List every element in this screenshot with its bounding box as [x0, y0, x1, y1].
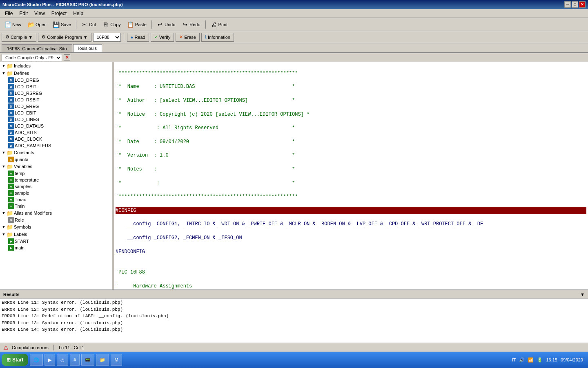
toolbar-separator-2 — [151, 20, 152, 29]
tab-louislouis[interactable]: louislouis — [73, 44, 102, 52]
code-compile-mode-select[interactable]: Code Compile Only - F9 — [2, 54, 62, 61]
menu-file[interactable]: File — [2, 10, 16, 17]
start-icon: ▶ — [8, 238, 14, 244]
start-button[interactable]: ⊞ Start — [2, 354, 28, 366]
tree-node-defines[interactable]: ▼ 📁 Defines — [0, 70, 112, 77]
tree-node-constants[interactable]: ▼ 📁 Constants — [0, 149, 112, 156]
tree-item-sample[interactable]: v sample — [0, 190, 112, 196]
tree-item-lcd-dataus[interactable]: D LCD_DATAUS — [0, 123, 112, 129]
tree-item-lcd-ebit[interactable]: D LCD_EBIT — [0, 110, 112, 116]
defines-expand-icon[interactable]: ▼ — [1, 70, 7, 76]
tree-item-main[interactable]: ▶ main — [0, 245, 112, 251]
tree-item-lcd-rsbit[interactable]: D LCD_RSBIT — [0, 96, 112, 103]
read-label: Read — [134, 35, 145, 40]
left-panel: ▼ 📁 Includes ▼ 📁 Defines D LCD_DREG D LC… — [0, 62, 112, 289]
includes-expand-icon[interactable]: ▼ — [1, 63, 7, 69]
undo-button[interactable]: ↩ Undo — [154, 20, 178, 29]
toolbar: 📄 New 📂 Open 💾 Save ✂ Cut ⎘ Copy 📋 Paste… — [0, 18, 588, 31]
cut-icon: ✂ — [81, 21, 88, 28]
tree-item-lcd-lines[interactable]: D LCD_LINES — [0, 116, 112, 123]
main-label: main — [15, 245, 24, 250]
error-line-5: ERROR Line 14: Syntax error. (louislouis… — [2, 326, 586, 333]
tree-item-samples[interactable]: v samples — [0, 183, 112, 190]
menu-help[interactable]: Help — [70, 10, 87, 17]
paste-button[interactable]: 📋 Paste — [125, 20, 149, 29]
compile-toolbar-sep — [124, 33, 124, 41]
print-button[interactable]: 🖨 Print — [208, 20, 231, 29]
cut-label: Cut — [89, 22, 96, 27]
tree-item-adc-clock[interactable]: D ADC_CLOCK — [0, 136, 112, 142]
read-button[interactable]: ● Read — [127, 33, 149, 42]
verify-button[interactable]: ✓ Verify — [151, 33, 174, 42]
print-icon: 🖨 — [211, 21, 217, 28]
tree-item-tmin[interactable]: v Tmin — [0, 203, 112, 209]
tree-item-temp[interactable]: v temp — [0, 170, 112, 177]
code-line-1: '***************************************… — [116, 70, 586, 77]
tree-node-alias[interactable]: ▼ 📁 Alias and Modifiers — [0, 209, 112, 217]
labels-expand-icon[interactable]: ▼ — [1, 231, 7, 237]
compile-program-dropdown-arrow: ▼ — [83, 35, 88, 40]
variables-expand-icon[interactable]: ▼ — [1, 164, 7, 169]
paste-icon: 📋 — [127, 21, 134, 28]
taskbar-file-manager[interactable]: 📁 — [96, 354, 109, 366]
results-title: Results — [3, 292, 20, 297]
tree-item-tmax[interactable]: v Tmax — [0, 196, 112, 203]
compile-button[interactable]: ⚙ Compile ▼ — [2, 33, 36, 42]
maximize-button[interactable]: □ — [572, 1, 578, 8]
results-dropdown-icon[interactable]: ▼ — [580, 292, 585, 297]
close-button[interactable]: ✕ — [579, 1, 586, 8]
new-label: New — [12, 22, 21, 27]
menu-view[interactable]: View — [31, 10, 48, 17]
taskbar-unknown-1[interactable]: 📟 — [81, 354, 94, 366]
redo-label: Redo — [189, 22, 200, 27]
cut-button[interactable]: ✂ Cut — [78, 20, 99, 29]
tree-item-quanta[interactable]: c quanta — [0, 156, 112, 163]
new-button[interactable]: 📄 New — [2, 20, 24, 29]
chip-select[interactable]: 16F88 16F84 16F628 18F452 — [93, 33, 121, 42]
compile-program-button[interactable]: ⚙ Compile Program ▼ — [38, 33, 91, 42]
constants-expand-icon[interactable]: ▼ — [1, 150, 7, 155]
tree-item-start[interactable]: ▶ START — [0, 238, 112, 245]
tree-item-lcd-rsreg[interactable]: D LCD_RSREG — [0, 90, 112, 96]
tree-item-lcd-dreg[interactable]: D LCD_DREG — [0, 77, 112, 83]
taskbar-media-player[interactable]: ▶ — [45, 354, 55, 366]
tree-item-lcd-ereg[interactable]: D LCD_EREG — [0, 103, 112, 110]
tree-item-lcd-dbit[interactable]: D LCD_DBIT — [0, 83, 112, 90]
code-editor[interactable]: '***************************************… — [114, 62, 588, 289]
save-button[interactable]: 💾 Save — [50, 20, 74, 29]
tab-16f88-camera[interactable]: 16F88_CameraClimatica_Sito — [2, 44, 72, 52]
define-icon-adc-clock: D — [8, 136, 14, 142]
open-label: Open — [36, 22, 47, 27]
alias-expand-icon[interactable]: ▼ — [1, 210, 7, 216]
menu-project[interactable]: Project — [48, 10, 70, 17]
title-bar-controls[interactable]: ─ □ ✕ — [564, 1, 586, 8]
menu-edit[interactable]: Edit — [16, 10, 31, 17]
tree-node-variables[interactable]: ▼ 📁 Variables — [0, 163, 112, 170]
erase-button[interactable]: ✕ Erase — [176, 33, 200, 42]
code-line-14: #ENDCONFIG — [116, 249, 586, 256]
minimize-button[interactable]: ─ — [564, 1, 571, 8]
copy-button[interactable]: ⎘ Copy — [100, 20, 124, 29]
compile-program-icon: ⚙ — [42, 34, 46, 40]
results-content: ERROR Line 11: Syntax error. (louislouis… — [0, 298, 588, 343]
information-button[interactable]: ℹ Information — [201, 33, 234, 42]
print-label: Print — [218, 22, 228, 27]
taskbar-browser-ie[interactable]: 🌐 — [30, 354, 43, 366]
open-button[interactable]: 📂 Open — [25, 20, 49, 29]
tree-item-adc-sampleus[interactable]: D ADC_SAMPLEUS — [0, 142, 112, 149]
tree-node-includes[interactable]: ▼ 📁 Includes — [0, 62, 112, 70]
tree-item-rele[interactable]: R Rele — [0, 217, 112, 223]
define-icon-adc-sampleus: D — [8, 143, 14, 148]
tree-item-adc-bits[interactable]: D ADC_BITS — [0, 129, 112, 136]
var-icon-temp: v — [8, 171, 14, 176]
taskbar-chrome[interactable]: ◎ — [57, 354, 68, 366]
taskbar-unknown-2[interactable]: M — [111, 354, 122, 366]
symbols-expand-icon[interactable]: ▼ — [1, 224, 7, 230]
redo-button[interactable]: ↪ Redo — [179, 20, 203, 29]
code-compile-close-button[interactable]: ✕ — [64, 54, 70, 61]
taskbar-calculator[interactable]: # — [70, 354, 80, 366]
tree-node-symbols[interactable]: ▼ 📁 Symbols — [0, 223, 112, 231]
tree-item-temperature[interactable]: v temperature — [0, 177, 112, 183]
tree-node-labels[interactable]: ▼ 📁 Labels — [0, 231, 112, 238]
labels-label: Labels — [14, 232, 27, 237]
